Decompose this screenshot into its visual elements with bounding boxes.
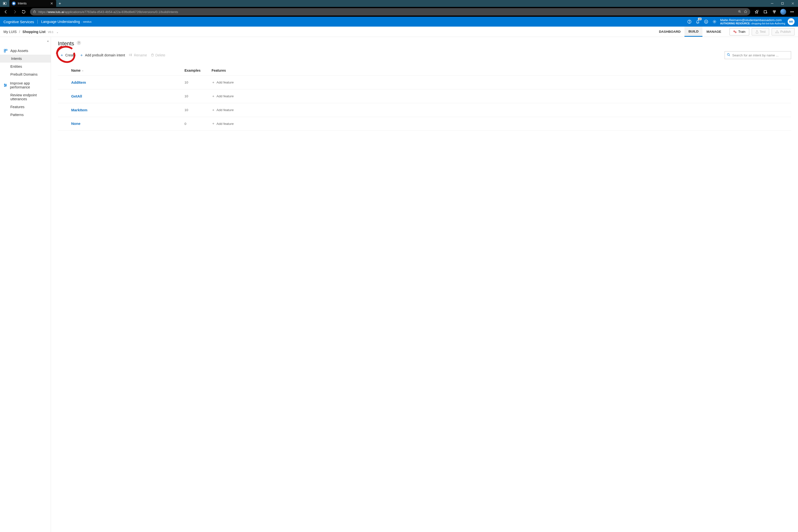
intent-name-cell: AddItem: [71, 80, 185, 85]
user-avatar[interactable]: MR: [788, 18, 795, 25]
delete-button[interactable]: Delete: [149, 52, 167, 58]
svg-point-29: [714, 21, 715, 22]
settings-icon[interactable]: [710, 18, 719, 26]
search-icon: [727, 53, 730, 57]
breadcrumb-app[interactable]: Shopping List: [22, 30, 45, 34]
info-icon[interactable]: ?: [77, 41, 81, 45]
add-feature-button[interactable]: ＋Add feature: [212, 121, 234, 126]
add-feature-button[interactable]: ＋Add feature: [212, 94, 234, 98]
svg-point-27: [705, 21, 706, 21]
intent-name-cell: None: [71, 121, 185, 126]
intent-link[interactable]: AddItem: [71, 80, 86, 84]
table-row[interactable]: MarkItem10＋Add feature: [58, 103, 791, 117]
tab-close-icon[interactable]: ✕: [50, 1, 54, 5]
add-feature-button[interactable]: ＋Add feature: [212, 108, 234, 112]
plus-icon: ＋: [212, 94, 215, 98]
table-row[interactable]: AddItem10＋Add feature: [58, 75, 791, 89]
notifications-icon[interactable]: 10: [694, 18, 702, 26]
header-user-block[interactable]: Malte.Reimann@studentambassadors.com AUT…: [720, 18, 785, 25]
search-box[interactable]: [725, 51, 791, 59]
back-button[interactable]: [2, 8, 10, 16]
forward-button[interactable]: [11, 8, 19, 16]
collapse-sidebar-icon[interactable]: «: [47, 39, 49, 43]
add-feature-button[interactable]: ＋Add feature: [212, 80, 234, 85]
browser-tab[interactable]: · Intents ✕: [10, 0, 56, 7]
svg-point-26: [704, 20, 708, 23]
svg-rect-33: [778, 32, 779, 33]
tab-dashboard[interactable]: DASHBOARD: [655, 26, 684, 37]
header-product[interactable]: Language Understanding: [41, 20, 80, 24]
extensions-icon[interactable]: [771, 8, 778, 16]
tab-build[interactable]: BUILD: [684, 26, 702, 37]
window-close-button[interactable]: [788, 0, 798, 7]
publish-icon: [775, 30, 779, 33]
plus-icon: ＋: [79, 53, 83, 58]
svg-point-40: [4, 84, 5, 85]
authoring-resource: AUTHORING RESOURCE: shopping-list-bot-lu…: [720, 22, 785, 25]
col-features[interactable]: Features: [212, 69, 791, 72]
intent-name-cell: GetAll: [71, 94, 185, 98]
flask-icon: [755, 30, 758, 34]
sort-asc-icon: ↑: [82, 69, 83, 72]
intent-examples-cell: 0: [185, 122, 212, 126]
sidebar-item-review-utterances[interactable]: Review endpoint utterances: [0, 91, 51, 103]
train-label: Train: [738, 30, 745, 34]
app-menu-icon[interactable]: [0, 0, 10, 7]
col-name[interactable]: Name↑: [71, 69, 185, 72]
sidebar-item-features[interactable]: Features: [0, 103, 51, 111]
publish-button[interactable]: Publish: [772, 28, 795, 36]
col-examples[interactable]: Examples: [185, 69, 212, 72]
header-sep: [37, 20, 38, 24]
publish-label: Publish: [780, 30, 791, 34]
plus-icon: ＋: [212, 108, 215, 112]
svg-rect-47: [151, 54, 153, 56]
new-tab-button[interactable]: ＋: [56, 0, 63, 7]
add-prebuilt-intent-button[interactable]: ＋ Add prebuilt domain intent: [78, 52, 127, 59]
create-intent-button[interactable]: ＋ Create: [58, 52, 78, 59]
feedback-icon[interactable]: [702, 18, 710, 26]
chevron-down-icon[interactable]: ⌄: [56, 31, 58, 34]
help-icon[interactable]: [685, 18, 694, 26]
tab-title: Intents: [18, 2, 48, 5]
intent-link[interactable]: GetAll: [71, 94, 82, 98]
refresh-button[interactable]: [20, 8, 27, 16]
search-input[interactable]: [732, 54, 789, 57]
sidebar-item-entities[interactable]: Entities: [0, 62, 51, 71]
svg-point-21: [791, 12, 791, 12]
url-text: https://www.luis.ai/applications/e7763af…: [38, 10, 736, 14]
svg-rect-15: [764, 11, 766, 13]
tab-manage[interactable]: MANAGE: [702, 26, 725, 37]
sidebar-group-improve[interactable]: Improve app performance: [0, 78, 51, 91]
collections-icon[interactable]: [762, 8, 770, 16]
more-menu-icon[interactable]: [788, 8, 796, 16]
sidebar-group-app-assets[interactable]: App Assets: [0, 47, 51, 55]
favorites-icon[interactable]: [753, 8, 761, 16]
test-button[interactable]: Test: [752, 28, 770, 36]
profile-avatar[interactable]: [779, 8, 787, 16]
svg-rect-34: [4, 49, 5, 51]
window-minimize-button[interactable]: [767, 0, 777, 7]
svg-point-41: [6, 85, 6, 86]
sidebar-item-intents[interactable]: Intents: [0, 55, 51, 62]
svg-rect-43: [129, 54, 131, 56]
address-bar[interactable]: https://www.luis.ai/applications/e7763af…: [30, 8, 750, 16]
app-assets-icon: [3, 49, 8, 53]
breadcrumb[interactable]: My LUIS / Shopping List V0.1 ⌄: [3, 30, 58, 34]
zoom-icon[interactable]: [738, 10, 741, 14]
rename-button[interactable]: Rename: [127, 52, 149, 58]
table-row[interactable]: GetAll10＋Add feature: [58, 89, 791, 103]
svg-point-25: [689, 23, 689, 23]
breadcrumb-root[interactable]: My LUIS: [3, 30, 17, 34]
page-title: Intents: [58, 40, 74, 47]
svg-point-42: [5, 86, 5, 87]
sidebar-item-prebuilt-domains[interactable]: Prebuilt Domains: [0, 71, 51, 78]
intent-link[interactable]: MarkItem: [71, 108, 88, 112]
sidebar-item-patterns[interactable]: Patterns: [0, 111, 51, 119]
header-title[interactable]: Cognitive Services: [3, 20, 34, 24]
svg-point-23: [793, 12, 794, 12]
favorite-star-icon[interactable]: [744, 10, 747, 14]
table-row[interactable]: None0＋Add feature: [58, 117, 791, 131]
intent-link[interactable]: None: [71, 121, 80, 126]
train-button[interactable]: Train: [729, 28, 749, 36]
window-maximize-button[interactable]: [777, 0, 788, 7]
